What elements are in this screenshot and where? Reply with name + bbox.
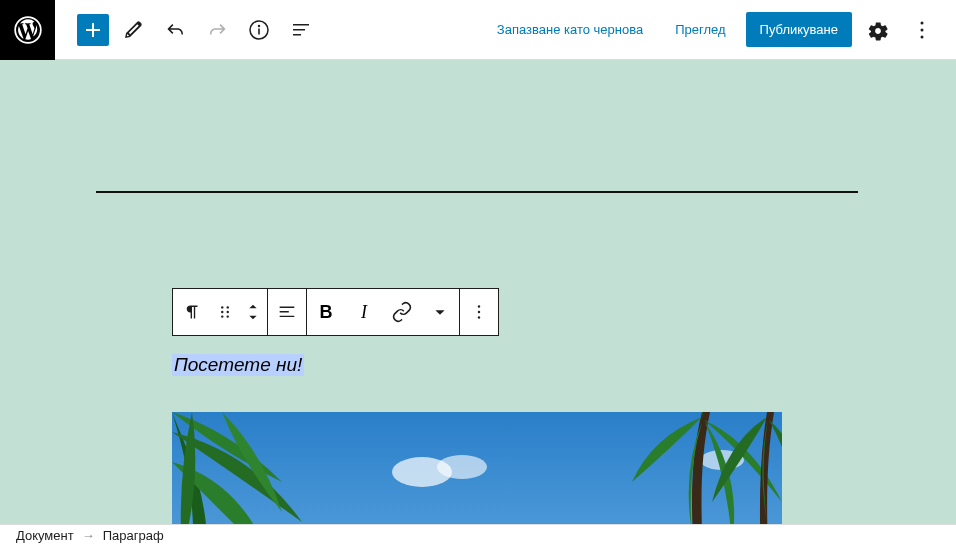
tropical-image bbox=[172, 412, 782, 525]
move-buttons[interactable] bbox=[239, 289, 267, 335]
info-icon bbox=[247, 18, 271, 42]
pencil-icon bbox=[121, 18, 145, 42]
preview-button[interactable]: Преглед bbox=[663, 14, 737, 45]
publish-button[interactable]: Публикуване bbox=[746, 12, 852, 47]
italic-icon: I bbox=[361, 302, 367, 323]
link-icon bbox=[391, 301, 413, 323]
block-type-button[interactable] bbox=[173, 289, 211, 335]
redo-icon bbox=[205, 18, 229, 42]
block-toolbar: B I bbox=[172, 288, 499, 336]
bold-button[interactable]: B bbox=[307, 289, 345, 335]
align-button[interactable] bbox=[268, 289, 306, 335]
more-formatting-button[interactable] bbox=[421, 289, 459, 335]
svg-point-4 bbox=[921, 21, 924, 24]
svg-point-5 bbox=[921, 28, 924, 31]
svg-point-13 bbox=[478, 305, 480, 307]
editor-canvas[interactable]: B I Посетете ни! bbox=[0, 60, 956, 525]
drag-handle[interactable] bbox=[211, 289, 239, 335]
gear-icon bbox=[866, 18, 890, 42]
svg-point-6 bbox=[921, 35, 924, 38]
paragraph-block[interactable]: Посетете ни! bbox=[172, 354, 304, 376]
topbar-left bbox=[0, 0, 319, 60]
italic-button[interactable]: I bbox=[345, 289, 383, 335]
options-button[interactable] bbox=[904, 12, 940, 48]
chevron-down-icon bbox=[429, 301, 451, 323]
svg-point-9 bbox=[221, 311, 223, 313]
redo-button[interactable] bbox=[199, 12, 235, 48]
bold-icon: B bbox=[320, 302, 333, 323]
separator-block[interactable] bbox=[96, 191, 858, 193]
list-icon bbox=[289, 18, 313, 42]
wordpress-icon bbox=[14, 16, 42, 44]
svg-rect-3 bbox=[258, 28, 260, 34]
breadcrumb-current[interactable]: Параграф bbox=[103, 528, 164, 543]
info-button[interactable] bbox=[241, 12, 277, 48]
svg-point-12 bbox=[227, 315, 229, 317]
svg-point-18 bbox=[437, 455, 487, 479]
editor-topbar: Запазване като чернова Преглед Публикува… bbox=[0, 0, 956, 60]
undo-button[interactable] bbox=[157, 12, 193, 48]
plus-icon bbox=[81, 18, 105, 42]
more-vertical-icon bbox=[910, 18, 934, 42]
paragraph-icon bbox=[181, 301, 203, 323]
wordpress-logo[interactable] bbox=[0, 0, 55, 60]
svg-point-10 bbox=[227, 311, 229, 313]
svg-point-11 bbox=[221, 315, 223, 317]
edit-mode-button[interactable] bbox=[115, 12, 151, 48]
breadcrumb-separator: → bbox=[82, 528, 95, 543]
topbar-right: Запазване като чернова Преглед Публикува… bbox=[485, 12, 940, 48]
add-block-button[interactable] bbox=[77, 14, 109, 46]
svg-point-7 bbox=[221, 306, 223, 308]
image-block[interactable] bbox=[172, 412, 782, 525]
svg-point-2 bbox=[258, 24, 260, 26]
svg-point-15 bbox=[478, 316, 480, 318]
svg-point-8 bbox=[227, 306, 229, 308]
block-options-button[interactable] bbox=[460, 289, 498, 335]
link-button[interactable] bbox=[383, 289, 421, 335]
more-vertical-icon bbox=[468, 301, 490, 323]
drag-icon bbox=[214, 301, 236, 323]
undo-icon bbox=[163, 18, 187, 42]
save-draft-button[interactable]: Запазване като чернова bbox=[485, 14, 655, 45]
svg-point-14 bbox=[478, 311, 480, 313]
breadcrumb-root[interactable]: Документ bbox=[16, 528, 74, 543]
breadcrumb: Документ → Параграф bbox=[0, 524, 956, 546]
align-left-icon bbox=[276, 301, 298, 323]
move-up-down-icon bbox=[242, 301, 264, 323]
outline-button[interactable] bbox=[283, 12, 319, 48]
settings-button[interactable] bbox=[860, 12, 896, 48]
